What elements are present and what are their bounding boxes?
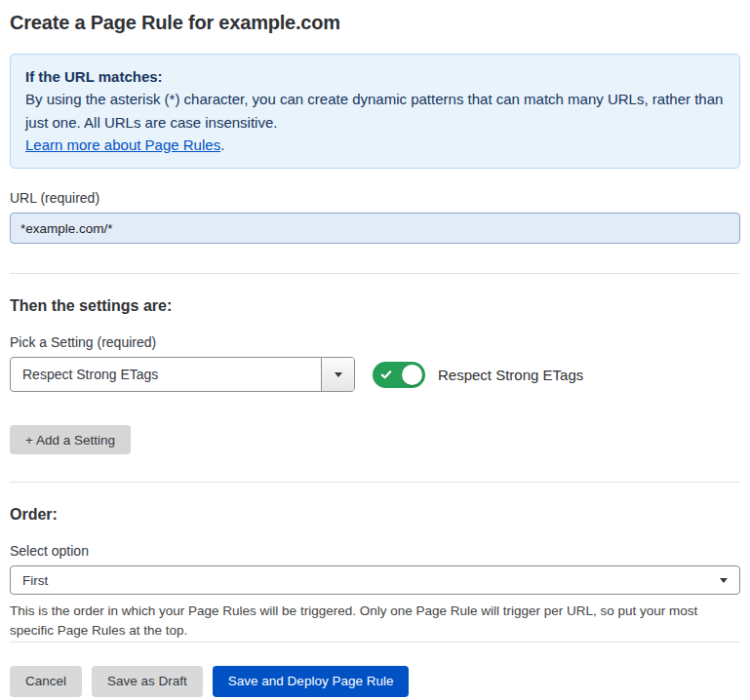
info-link-period: . [220,136,224,153]
setting-select[interactable]: Respect Strong ETags [10,357,355,392]
url-input[interactable] [10,213,740,244]
chevron-down-icon [335,372,342,377]
toggle-label: Respect Strong ETags [438,367,583,383]
page-title: Create a Page Rule for example.com [10,12,740,34]
section-divider [10,482,740,483]
chevron-down-icon [720,578,728,583]
save-and-deploy-button[interactable]: Save and Deploy Page Rule [213,666,410,697]
setting-row: Respect Strong ETags Respect Strong ETag… [10,357,740,392]
settings-section-heading: Then the settings are: [10,297,740,315]
learn-more-link[interactable]: Learn more about Page Rules [25,136,220,153]
add-setting-wrap: + Add a Setting [10,425,740,454]
order-select[interactable]: First [10,565,740,595]
pick-setting-label: Pick a Setting (required) [10,334,740,350]
order-select-value: First [22,573,48,588]
setting-select-value: Respect Strong ETags [11,367,170,382]
add-setting-button[interactable]: + Add a Setting [10,425,131,454]
section-divider [10,273,740,274]
respect-strong-etags-toggle[interactable] [373,362,425,388]
page-rule-create-form: Create a Page Rule for example.com If th… [0,0,750,700]
order-select-label: Select option [10,543,740,559]
form-actions-row: Cancel Save as Draft Save and Deploy Pag… [10,666,740,697]
url-match-info-box: If the URL matches: By using the asteris… [10,54,740,169]
cancel-button[interactable]: Cancel [10,666,82,697]
info-link-row: Learn more about Page Rules. [25,134,725,156]
check-icon [380,369,392,380]
order-help-text: This is the order in which your Page Rul… [10,602,736,642]
toggle-knob [402,365,422,385]
info-box-body: By using the asterisk (*) character, you… [25,88,725,134]
info-box-heading: If the URL matches: [25,65,725,88]
setting-select-caret-button[interactable] [321,358,354,391]
save-as-draft-button[interactable]: Save as Draft [92,666,203,697]
order-section-heading: Order: [10,506,740,524]
section-divider [10,642,740,642]
url-field-label: URL (required) [10,190,740,206]
